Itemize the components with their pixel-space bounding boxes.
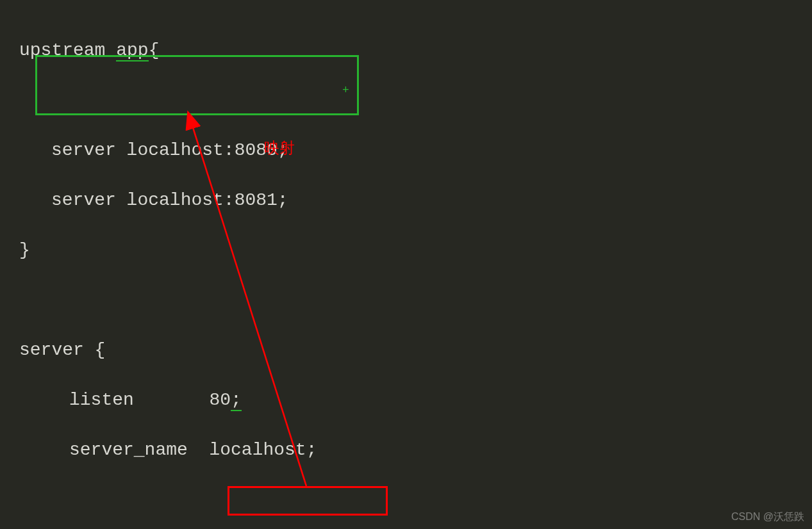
code-line: server_name localhost; [0, 437, 812, 462]
code-line: } [0, 238, 812, 263]
code-line: upstream app{ [0, 38, 812, 63]
code-block: upstream app{ server localhost:8080; ser… [0, 0, 812, 529]
code-text: app [116, 40, 148, 61]
code-text: server { [19, 340, 105, 360]
code-text: { [149, 40, 160, 60]
code-line [0, 487, 812, 512]
code-text: server localhost:8081; [51, 190, 288, 210]
code-text: } [19, 240, 30, 260]
code-text: server_name localhost; [69, 440, 317, 460]
code-line: server localhost:8080; [0, 138, 812, 163]
code-line: server { [0, 338, 812, 362]
code-text: listen 80 [69, 390, 231, 410]
code-text: upstream [19, 40, 116, 60]
code-text: ; [231, 390, 242, 411]
code-line [0, 88, 812, 113]
code-text: server localhost:8080; [51, 140, 288, 160]
code-line: server localhost:8081; [0, 188, 812, 213]
code-line [0, 288, 812, 313]
code-line: listen 80; [0, 387, 812, 412]
